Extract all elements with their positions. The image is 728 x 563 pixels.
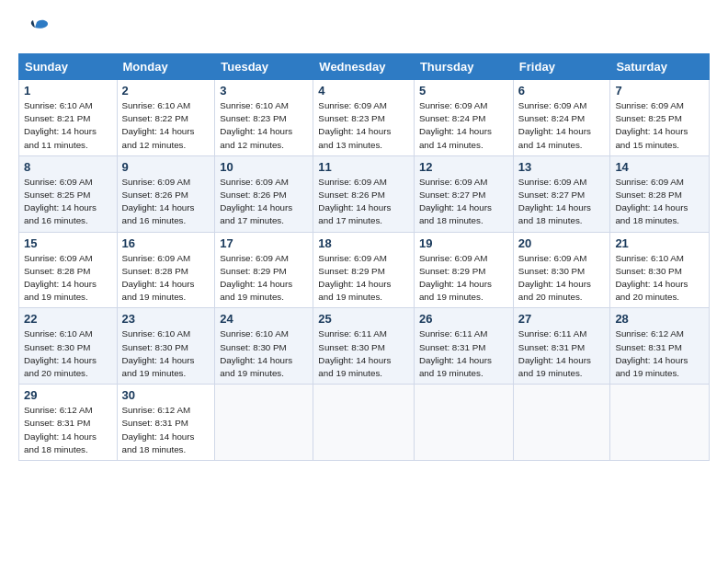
day-info: Sunrise: 6:09 AMSunset: 8:27 PMDaylight:… [419,177,492,226]
day-info: Sunrise: 6:12 AMSunset: 8:31 PMDaylight:… [24,405,97,454]
table-row: 4 Sunrise: 6:09 AMSunset: 8:23 PMDayligh… [313,80,415,156]
table-row: 16 Sunrise: 6:09 AMSunset: 8:28 PMDaylig… [117,232,215,308]
day-number: 11 [318,160,409,174]
day-info: Sunrise: 6:09 AMSunset: 8:24 PMDaylight:… [419,100,492,150]
table-row: 26 Sunrise: 6:11 AMSunset: 8:31 PMDaylig… [414,308,513,385]
day-number: 30 [122,388,210,402]
day-number: 8 [24,160,112,174]
day-info: Sunrise: 6:09 AMSunset: 8:28 PMDaylight:… [615,177,688,226]
table-row: 22 Sunrise: 6:10 AMSunset: 8:30 PMDaylig… [19,308,118,385]
day-number: 2 [122,84,210,98]
day-number: 23 [122,312,210,326]
day-info: Sunrise: 6:09 AMSunset: 8:26 PMDaylight:… [318,177,391,226]
table-row: 29 Sunrise: 6:12 AMSunset: 8:31 PMDaylig… [19,385,118,461]
table-row: 5 Sunrise: 6:09 AMSunset: 8:24 PMDayligh… [414,80,513,156]
table-row: 28 Sunrise: 6:12 AMSunset: 8:31 PMDaylig… [610,308,710,385]
day-number: 1 [24,84,112,98]
page: Sunday Monday Tuesday Wednesday Thursday… [0,0,728,563]
day-number: 5 [419,84,508,98]
day-info: Sunrise: 6:12 AMSunset: 8:31 PMDaylight:… [615,328,688,378]
day-number: 24 [220,312,308,326]
day-info: Sunrise: 6:12 AMSunset: 8:31 PMDaylight:… [122,405,195,454]
day-number: 28 [615,312,704,326]
day-info: Sunrise: 6:09 AMSunset: 8:29 PMDaylight:… [220,253,292,303]
day-number: 17 [220,236,308,250]
table-row: 21 Sunrise: 6:10 AMSunset: 8:30 PMDaylig… [610,232,710,308]
day-info: Sunrise: 6:09 AMSunset: 8:30 PMDaylight:… [518,253,591,303]
col-sunday: Sunday [19,54,118,80]
day-info: Sunrise: 6:10 AMSunset: 8:21 PMDaylight:… [24,100,97,150]
table-row: 27 Sunrise: 6:11 AMSunset: 8:31 PMDaylig… [513,308,610,385]
col-friday: Friday [513,54,610,80]
day-number: 13 [518,160,606,174]
day-info: Sunrise: 6:10 AMSunset: 8:30 PMDaylight:… [220,328,292,378]
table-row: 23 Sunrise: 6:10 AMSunset: 8:30 PMDaylig… [117,308,215,385]
table-row: 15 Sunrise: 6:09 AMSunset: 8:28 PMDaylig… [19,232,118,308]
table-row: 1 Sunrise: 6:10 AMSunset: 8:21 PMDayligh… [19,80,118,156]
day-number: 29 [24,388,112,402]
day-info: Sunrise: 6:11 AMSunset: 8:30 PMDaylight:… [318,328,391,378]
day-info: Sunrise: 6:11 AMSunset: 8:31 PMDaylight:… [419,328,492,378]
table-row: 2 Sunrise: 6:10 AMSunset: 8:22 PMDayligh… [117,80,215,156]
table-row: 3 Sunrise: 6:10 AMSunset: 8:23 PMDayligh… [215,80,313,156]
day-number: 9 [122,160,210,174]
day-info: Sunrise: 6:09 AMSunset: 8:25 PMDaylight:… [24,177,97,226]
day-number: 18 [318,236,409,250]
day-info: Sunrise: 6:10 AMSunset: 8:23 PMDaylight:… [220,100,292,150]
table-row: 17 Sunrise: 6:09 AMSunset: 8:29 PMDaylig… [215,232,313,308]
day-info: Sunrise: 6:09 AMSunset: 8:25 PMDaylight:… [615,100,688,150]
col-thursday: Thursday [414,54,513,80]
day-info: Sunrise: 6:09 AMSunset: 8:26 PMDaylight:… [220,177,292,226]
day-info: Sunrise: 6:09 AMSunset: 8:23 PMDaylight:… [318,100,391,150]
col-saturday: Saturday [610,54,710,80]
day-number: 15 [24,236,112,250]
calendar-week-row: 15 Sunrise: 6:09 AMSunset: 8:28 PMDaylig… [19,232,710,308]
day-info: Sunrise: 6:10 AMSunset: 8:22 PMDaylight:… [122,100,195,150]
table-row: 19 Sunrise: 6:09 AMSunset: 8:29 PMDaylig… [414,232,513,308]
day-info: Sunrise: 6:09 AMSunset: 8:26 PMDaylight:… [122,177,195,226]
day-info: Sunrise: 6:09 AMSunset: 8:24 PMDaylight:… [518,100,591,150]
day-number: 14 [615,160,704,174]
calendar: Sunday Monday Tuesday Wednesday Thursday… [18,53,710,461]
table-row: 11 Sunrise: 6:09 AMSunset: 8:26 PMDaylig… [313,155,415,232]
table-row: 24 Sunrise: 6:10 AMSunset: 8:30 PMDaylig… [215,308,313,385]
table-row: 20 Sunrise: 6:09 AMSunset: 8:30 PMDaylig… [513,232,610,308]
day-number: 19 [419,236,508,250]
table-row: 12 Sunrise: 6:09 AMSunset: 8:27 PMDaylig… [414,155,513,232]
table-row [610,385,710,461]
col-monday: Monday [117,54,215,80]
logo [18,15,50,44]
table-row: 13 Sunrise: 6:09 AMSunset: 8:27 PMDaylig… [513,155,610,232]
day-number: 12 [419,160,508,174]
table-row: 25 Sunrise: 6:11 AMSunset: 8:30 PMDaylig… [313,308,415,385]
table-row: 14 Sunrise: 6:09 AMSunset: 8:28 PMDaylig… [610,155,710,232]
calendar-week-row: 29 Sunrise: 6:12 AMSunset: 8:31 PMDaylig… [19,385,710,461]
day-number: 22 [24,312,112,326]
table-row: 9 Sunrise: 6:09 AMSunset: 8:26 PMDayligh… [117,155,215,232]
day-number: 4 [318,84,409,98]
day-info: Sunrise: 6:09 AMSunset: 8:29 PMDaylight:… [318,253,391,303]
table-row [513,385,610,461]
day-number: 26 [419,312,508,326]
day-number: 20 [518,236,606,250]
table-row [414,385,513,461]
calendar-week-row: 22 Sunrise: 6:10 AMSunset: 8:30 PMDaylig… [19,308,710,385]
table-row: 7 Sunrise: 6:09 AMSunset: 8:25 PMDayligh… [610,80,710,156]
table-row: 8 Sunrise: 6:09 AMSunset: 8:25 PMDayligh… [19,155,118,232]
day-number: 21 [615,236,704,250]
day-info: Sunrise: 6:10 AMSunset: 8:30 PMDaylight:… [24,328,97,378]
table-row: 6 Sunrise: 6:09 AMSunset: 8:24 PMDayligh… [513,80,610,156]
day-number: 7 [615,84,704,98]
calendar-week-row: 1 Sunrise: 6:10 AMSunset: 8:21 PMDayligh… [19,80,710,156]
day-number: 6 [518,84,606,98]
day-info: Sunrise: 6:09 AMSunset: 8:29 PMDaylight:… [419,253,492,303]
calendar-header-row: Sunday Monday Tuesday Wednesday Thursday… [19,54,710,80]
table-row: 10 Sunrise: 6:09 AMSunset: 8:26 PMDaylig… [215,155,313,232]
calendar-week-row: 8 Sunrise: 6:09 AMSunset: 8:25 PMDayligh… [19,155,710,232]
table-row [215,385,313,461]
day-info: Sunrise: 6:09 AMSunset: 8:28 PMDaylight:… [122,253,195,303]
table-row: 30 Sunrise: 6:12 AMSunset: 8:31 PMDaylig… [117,385,215,461]
col-wednesday: Wednesday [313,54,415,80]
day-info: Sunrise: 6:10 AMSunset: 8:30 PMDaylight:… [122,328,195,378]
col-tuesday: Tuesday [215,54,313,80]
